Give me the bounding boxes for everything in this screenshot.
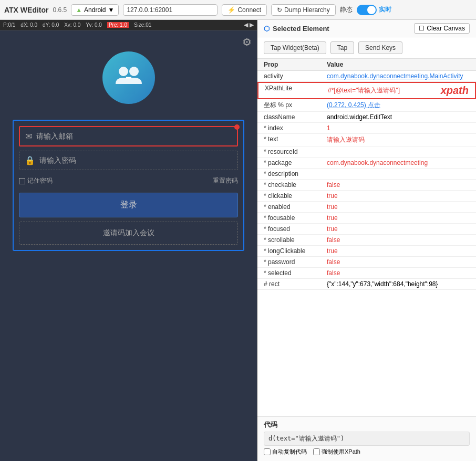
value-column-header: Value — [327, 61, 470, 68]
send-keys-button[interactable]: Send Keys — [358, 41, 402, 54]
android-select-button[interactable]: ▲ Android ▼ — [71, 4, 119, 16]
remember-checkbox[interactable] — [19, 178, 25, 184]
prop-name-13: * focused — [264, 225, 327, 233]
prop-name-2: 坐标 % px — [264, 101, 327, 110]
prop-row-15: * longClickabletrue — [257, 246, 476, 257]
prop-row-2: 坐标 % px(0.272, 0.425) 点击 — [257, 99, 476, 112]
code-title: 代码 — [264, 420, 470, 429]
prop-name-9: * checkable — [264, 181, 327, 188]
clear-canvas-button[interactable]: ☐ Clear Canvas — [414, 23, 470, 34]
status-size: Size:01 — [134, 22, 151, 28]
prop-name-6: * resourceId — [264, 148, 327, 155]
android-icon: ▲ — [76, 6, 82, 14]
topbar: ATX WEditor 0.6.5 ▲ Android ▼ ⚡ Connect … — [0, 0, 476, 20]
prop-name-3: className — [264, 113, 327, 121]
prop-name-11: * enabled — [264, 203, 327, 211]
device-screen[interactable]: ⚙ ✉ 请输入邮箱 — [0, 30, 257, 461]
prop-name-0: activity — [264, 72, 327, 80]
nav-arrows: ◀ ▶ — [244, 22, 254, 28]
realtime-toggle[interactable] — [357, 5, 377, 15]
prop-row-12: * focusabletrue — [257, 213, 476, 224]
prop-row-9: * checkablefalse — [257, 180, 476, 191]
prop-name-18: # rect — [264, 280, 327, 288]
checkbox-icon: ☐ — [419, 25, 425, 32]
realtime-toggle-wrap: 实时 — [357, 5, 391, 15]
prop-name-15: * longClickable — [264, 247, 327, 255]
prop-value-1: //*[@text="请输入邀请码"] — [328, 86, 436, 95]
status-dx: dX: 0.0 — [20, 22, 37, 28]
connect-icon: ⚡ — [227, 6, 235, 14]
svg-point-1 — [129, 67, 139, 76]
refresh-icon: ↻ — [277, 6, 282, 14]
prop-column-header: Prop — [264, 61, 327, 68]
tap-widget-button[interactable]: Tap Widget(Beta) — [264, 41, 326, 54]
prop-value-15: true — [327, 247, 470, 255]
active-indicator — [234, 124, 240, 130]
gear-icon[interactable]: ⚙ — [242, 36, 252, 48]
prop-value-0[interactable]: com.dynabook.dynaconnectmeeting.MainActi… — [327, 72, 470, 80]
remember-label: 记住密码 — [27, 176, 53, 185]
prop-value-7: com.dynabook.dynaconnectmeeting — [327, 159, 470, 166]
tap-button[interactable]: Tap — [330, 41, 354, 54]
prop-name-4: * index — [264, 124, 327, 132]
prop-row-6: * resourceId — [257, 146, 476, 158]
prop-value-16: false — [327, 258, 470, 266]
left-panel: P:0/1 dX: 0.0 dY: 0.0 Xv: 0.0 Yv: 0.0 Pr… — [0, 20, 257, 461]
status-pre: Pre: 1.0 — [107, 22, 129, 28]
code-section: 代码 d(text="请输入邀请码") 自动复制代码 强制使用XPath — [257, 416, 476, 461]
prop-name-5: * text — [264, 135, 327, 143]
email-input-row[interactable]: ✉ 请输入邮箱 — [19, 126, 237, 146]
prop-value-17: false — [327, 269, 470, 277]
address-input[interactable] — [123, 4, 218, 16]
invite-button[interactable]: 邀请码加入会议 — [19, 222, 237, 245]
force-xpath-checkbox-input[interactable] — [313, 448, 320, 455]
auto-copy-checkbox[interactable]: 自动复制代码 — [264, 448, 307, 456]
xpath-badge: xpath — [441, 85, 469, 97]
element-icon: ⬡ — [264, 25, 270, 33]
code-footer: 自动复制代码 强制使用XPath — [264, 446, 470, 458]
prop-value-5: 请输入邀请码 — [327, 135, 470, 144]
password-placeholder: 请输入密码 — [39, 156, 76, 165]
password-input-row[interactable]: 🔒 请输入密码 — [19, 151, 237, 170]
android-label: Android — [84, 6, 106, 14]
app-logo-area — [102, 51, 155, 104]
app-logo — [102, 51, 155, 104]
props-table-header: Prop Value — [257, 59, 476, 71]
dump-hierarchy-button[interactable]: ↻ Dump Hierarchy — [271, 4, 336, 16]
chevron-down-icon: ▼ — [108, 6, 114, 14]
prop-row-17: * selectedfalse — [257, 268, 476, 279]
email-placeholder: 请输入邮箱 — [36, 132, 73, 141]
prop-name-17: * selected — [264, 269, 327, 277]
toggle-knob — [367, 6, 376, 14]
prop-value-9: false — [327, 181, 470, 188]
email-icon: ✉ — [25, 131, 32, 141]
prop-value-18: {"x":144,"y":673,"width":684,"height":98… — [327, 280, 470, 288]
prop-row-11: * enabledtrue — [257, 202, 476, 213]
code-block: d(text="请输入邀请码") — [264, 432, 470, 446]
svg-point-0 — [119, 67, 128, 76]
prop-value-4: 1 — [327, 124, 470, 132]
force-xpath-checkbox[interactable]: 强制使用XPath — [313, 448, 360, 456]
prop-name-1: XPathLite — [265, 85, 328, 92]
prop-row-7: * packagecom.dynabook.dynaconnectmeeting — [257, 158, 476, 169]
auto-copy-checkbox-input[interactable] — [264, 448, 271, 455]
reset-password-link[interactable]: 重置密码 — [213, 176, 238, 185]
prop-value-2[interactable]: (0.272, 0.425) 点击 — [327, 101, 470, 110]
login-button[interactable]: 登录 — [19, 193, 237, 217]
right-header: ⬡ Selected Element ☐ Clear Canvas — [257, 20, 476, 37]
prop-row-10: * clickabletrue — [257, 191, 476, 202]
status-bar: P:0/1 dX: 0.0 dY: 0.0 Xv: 0.0 Yv: 0.0 Pr… — [0, 20, 257, 30]
logo-svg — [113, 62, 144, 93]
selected-element-title: ⬡ Selected Element — [264, 25, 329, 33]
prop-name-10: * clickable — [264, 192, 327, 200]
prop-value-3: android.widget.EditText — [327, 113, 470, 121]
app-name: ATX WEditor — [4, 6, 49, 14]
prop-row-5: * text请输入邀请码 — [257, 134, 476, 146]
status-p: P:0/1 — [3, 22, 15, 28]
prop-row-14: * scrollablefalse — [257, 235, 476, 246]
connect-button[interactable]: ⚡ Connect — [222, 4, 267, 16]
prop-value-14: false — [327, 236, 470, 244]
static-label: 静态 — [340, 5, 353, 14]
prop-row-16: * passwordfalse — [257, 257, 476, 268]
prop-row-13: * focusedtrue — [257, 224, 476, 235]
